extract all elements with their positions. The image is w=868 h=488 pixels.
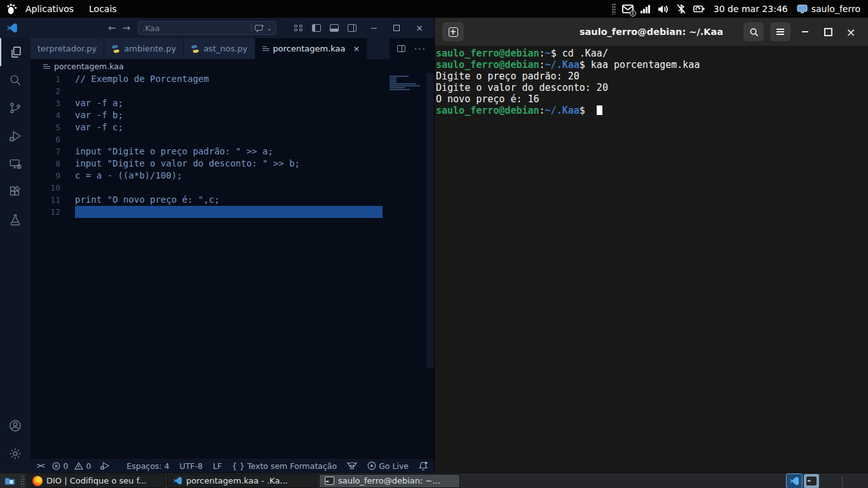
account-icon[interactable] [0,412,31,440]
line-number: 12 [31,206,60,218]
gnome-top-bar: Aplicativos Locais 1 30 de mar 23:46 sau… [0,0,868,18]
play-circle-icon [367,461,376,470]
mail-icon[interactable]: 1 [622,3,634,15]
debug-status-icon[interactable] [100,461,110,470]
taskbar-button-vscode[interactable]: porcentagem.kaa - .Ka... [167,474,317,488]
code-line[interactable]: 6 [31,133,434,146]
panel-grip[interactable] [612,3,616,15]
terminal-line: O novo preço é: 16 [436,93,867,105]
applications-menu[interactable]: Aplicativos [18,0,81,18]
chevron-down-icon[interactable]: ⌄ [267,25,272,32]
indentation-status[interactable]: Espaços: 4 [126,461,169,471]
user-menu[interactable]: saulo_ferro [797,4,863,14]
code-line[interactable]: 2 [31,85,434,97]
tab-close-icon[interactable]: × [353,44,360,53]
split-editor-icon[interactable] [397,45,405,52]
terminal-line: Digite o preço padrão: 20 [436,71,867,82]
selection-highlight [75,206,383,218]
network-signal-icon[interactable] [640,3,651,15]
tab-terpretador[interactable]: terpretador.py [31,38,104,59]
go-live-button[interactable]: Go Live [367,461,409,471]
chat-icon[interactable] [255,24,264,32]
source-control-icon[interactable] [0,94,31,122]
clock[interactable]: 30 de mar 23:46 [711,4,790,14]
vscode-maximize-button[interactable] [392,24,401,32]
code-line[interactable]: 11print "O novo preço é: ",c; [31,194,434,206]
code-line-selected[interactable]: 12 [31,206,434,218]
remote-explorer-icon[interactable] [0,150,31,178]
terminal-minimize-button[interactable] [797,24,813,40]
testing-icon[interactable] [0,206,31,234]
customize-layout-button[interactable] [294,24,303,32]
terminal-close-button[interactable]: × [843,24,859,40]
taskbar-button-label: saulo_ferro@debian: ~... [338,476,440,485]
code-line[interactable]: 4var -f b; [31,109,434,121]
terminal-icon: ▂ [325,477,334,485]
more-actions-icon[interactable]: ··· [414,44,426,54]
terminal-menu-icon[interactable] [770,22,790,41]
extensions-icon[interactable] [0,178,31,206]
problems-status[interactable]: 0 0 [52,461,91,471]
file-manager-icon[interactable] [3,475,17,487]
code-editor[interactable]: 1// Exemplo de Porcentagem 2 3var -f a; … [31,73,434,459]
terminal-prompt-line: saulo_ferro@debian:~/.Kaa$ [436,105,867,116]
code-line[interactable]: 8input "Digite o valor do desconto: " >>… [31,158,434,170]
command-center[interactable]: .Kaa ⌄ [138,21,276,35]
terminal-line: Digite o valor do desconto: 20 [436,82,867,93]
terminal-body[interactable]: saulo_ferro@debian:~$ cd .Kaa/ saulo_fer… [435,46,868,473]
editor-tab-bar: terpretador.py ambiente.py ast_nos.py po… [31,38,434,59]
mail-badge: 1 [630,10,636,17]
code-line[interactable]: 1// Exemplo de Porcentagem [31,73,434,85]
line-number: 6 [31,133,60,146]
terminal-maximize-button[interactable] [820,24,836,40]
tab-ambiente[interactable]: ambiente.py [104,38,184,59]
taskbar-button-firefox[interactable]: DIO | Codifique o seu f... [27,474,165,488]
code-line[interactable]: 7input "Digite o preço padrão: " >> a; [31,146,434,158]
vscode-logo-icon [6,22,18,34]
toggle-panel-button[interactable] [330,24,339,32]
eol-status[interactable]: LF [213,461,222,471]
terminal-line: saulo_ferro@debian:~/.Kaa$ kaa porcentag… [436,59,867,71]
bluetooth-disabled-icon[interactable] [675,3,687,15]
new-tab-button[interactable]: + [442,22,464,41]
terminal-search-icon[interactable] [743,22,764,41]
run-debug-icon[interactable] [0,122,31,150]
search-icon[interactable] [0,66,31,94]
tab-ast-nos[interactable]: ast_nos.py [184,38,255,59]
vscode-minimize-button[interactable] [369,24,378,32]
toggle-primary-sidebar-button[interactable] [312,24,321,32]
notifications-bell-icon[interactable] [419,461,428,471]
taskbar-button-terminal[interactable]: ▂ saulo_ferro@debian: ~... [319,474,460,488]
code-line[interactable]: 10 [31,182,434,194]
breadcrumb[interactable]: porcentagem.kaa [31,59,434,73]
kaa-file-icon [262,45,269,52]
minimap[interactable] [390,76,425,97]
code-line[interactable]: 5var -f c; [31,121,434,133]
settings-gear-icon[interactable] [0,440,31,468]
battery-icon[interactable] [693,3,705,15]
encoding-status[interactable]: UTF-8 [180,461,203,471]
code-line[interactable]: 3var -f a; [31,97,434,109]
terminal-header[interactable]: + saulo_ferro@debian: ~/.Kaa × [435,18,868,46]
volume-icon[interactable] [658,3,669,15]
vscode-close-button[interactable]: × [415,24,424,32]
tray-vscode-icon[interactable] [787,474,802,488]
back-button[interactable]: ← [108,22,116,34]
vscode-status-bar: >< 0 0 Espaços: 4 UTF-8 LF [31,459,434,473]
language-mode-status[interactable]: { } Texto sem Formatação [232,461,337,471]
remote-indicator-icon[interactable]: >< [37,461,43,470]
editor-scrollbar[interactable] [426,73,434,369]
tray-terminal-icon[interactable]: ▂ [804,474,819,488]
taskbar-grip[interactable] [20,475,25,487]
line-number: 4 [31,109,60,121]
tab-porcentagem[interactable]: porcentagem.kaa × [255,38,368,59]
toggle-secondary-sidebar-button[interactable] [348,24,356,32]
code-text: var -f c; [75,121,123,133]
code-line[interactable]: 9c = a - ((a*b)/100); [31,170,434,182]
places-menu[interactable]: Locais [81,0,125,18]
explorer-icon[interactable] [0,38,31,66]
line-number: 2 [31,85,60,97]
command-center-value: .Kaa [142,24,251,33]
copilot-icon[interactable] [347,461,357,470]
forward-button[interactable]: → [123,22,131,34]
